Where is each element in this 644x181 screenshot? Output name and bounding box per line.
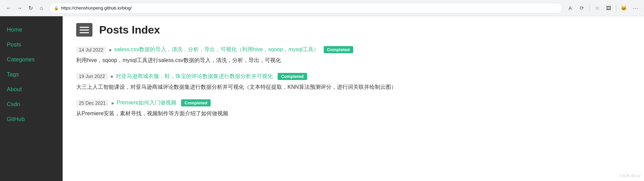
sidebar-item-csdn[interactable]: Csdn xyxy=(0,98,63,111)
completed-badge-3: Completed xyxy=(181,99,211,106)
forward-button[interactable]: → xyxy=(15,3,24,13)
post-entry-1: 14 Jul 2022 » saless.csv数据的导入，清洗，分析，导出，可… xyxy=(76,46,630,65)
hamburger-line-2 xyxy=(80,29,89,31)
sidebar-link-posts[interactable]: Posts xyxy=(7,41,21,48)
post-entry-2: 19 Jun 2022 » 对亚马逊商城衣服，鞋，珠宝的评论数据集进行数据分析并… xyxy=(76,73,630,92)
sidebar-item-categories[interactable]: Categories xyxy=(0,53,63,66)
post-meta-line-3: 25 Dec 2021 » Premiere如何入门做视频 Completed xyxy=(76,99,630,106)
translate-button[interactable]: A xyxy=(565,3,575,13)
hamburger-line-3 xyxy=(80,32,89,33)
completed-badge-1: Completed xyxy=(324,46,353,53)
page-header: Posts Index xyxy=(76,23,630,37)
divider xyxy=(589,5,589,12)
sidebar-link-categories[interactable]: Categories xyxy=(7,56,35,63)
post-arrow-2: » xyxy=(110,74,113,79)
url-text: https://chenshunpeng.github.io/blog/ xyxy=(61,5,132,11)
divider2 xyxy=(616,5,616,12)
sidebar-item-github[interactable]: GitHub xyxy=(0,113,63,126)
post-meta-line-2: 19 Jun 2022 » 对亚马逊商城衣服，鞋，珠宝的评论数据集进行数据分析并… xyxy=(76,73,630,80)
post-link-2[interactable]: 对亚马逊商城衣服，鞋，珠宝的评论数据集进行数据分析并可视化 xyxy=(116,73,273,80)
post-date-1: 14 Jul 2022 xyxy=(76,46,106,53)
page-title: Posts Index xyxy=(99,24,160,36)
sidebar-item-about[interactable]: About xyxy=(0,83,63,96)
profile-button[interactable]: 🐱 xyxy=(619,3,628,13)
sidebar-link-tags[interactable]: Tags xyxy=(7,71,19,78)
hamburger-line-1 xyxy=(80,27,89,28)
main-content: Posts Index 14 Jul 2022 » saless.csv数据的导… xyxy=(63,16,644,181)
completed-badge-2: Completed xyxy=(278,73,307,80)
post-description-1: 利用hive，sqoop，mysql工具进行saless.csv数据的导入，清洗… xyxy=(76,56,630,65)
post-arrow-1: » xyxy=(109,47,111,53)
post-link-1[interactable]: saless.csv数据的导入，清洗，分析，导出，可视化（利用hive，sqoo… xyxy=(114,46,319,53)
browser-chrome: ← → ↻ ⌂ 🔒 https://chenshunpeng.github.io… xyxy=(0,0,644,16)
post-entry-3: 25 Dec 2021 » Premiere如何入门做视频 Completed … xyxy=(76,99,630,118)
browser-actions: A ⟳ ☆ 🖼 🐱 ⋯ xyxy=(565,3,640,13)
address-bar[interactable]: 🔒 https://chenshunpeng.github.io/blog/ xyxy=(49,3,563,14)
post-date-3: 25 Dec 2021 xyxy=(76,100,108,106)
post-arrow-3: » xyxy=(111,100,114,106)
screenshot-button[interactable]: 🖼 xyxy=(604,3,613,13)
star-button[interactable]: ☆ xyxy=(592,3,602,13)
sidebar-link-github[interactable]: GitHub xyxy=(7,116,25,122)
sidebar: Home Posts Categories Tags About Csdn Gi… xyxy=(0,16,63,181)
back-button[interactable]: ← xyxy=(4,3,14,13)
post-date-2: 19 Jun 2022 xyxy=(76,73,108,80)
reload-button[interactable]: ⟳ xyxy=(577,3,586,13)
page-container: Home Posts Categories Tags About Csdn Gi… xyxy=(0,16,644,181)
sidebar-item-tags[interactable]: Tags xyxy=(0,68,63,81)
sidebar-item-posts[interactable]: Posts xyxy=(0,38,63,52)
home-button[interactable]: ⌂ xyxy=(37,3,46,13)
sidebar-link-about[interactable]: About xyxy=(7,86,22,93)
watermark: CSDN @cup xyxy=(619,174,641,178)
browser-nav-buttons: ← → ↻ ⌂ xyxy=(4,3,46,13)
sidebar-link-csdn[interactable]: Csdn xyxy=(7,101,20,107)
post-meta-line-1: 14 Jul 2022 » saless.csv数据的导入，清洗，分析，导出，可… xyxy=(76,46,630,53)
lock-icon: 🔒 xyxy=(54,6,59,11)
more-button[interactable]: ⋯ xyxy=(630,3,640,13)
sidebar-item-home[interactable]: Home xyxy=(0,23,63,37)
refresh-button[interactable]: ↻ xyxy=(26,3,35,13)
post-description-2: 大三上人工智能课设，对亚马逊商城评论数据集进行数据分析并可视化（文本特征提取，K… xyxy=(76,83,630,92)
post-link-3[interactable]: Premiere如何入门做视频 xyxy=(116,99,176,106)
hamburger-button[interactable] xyxy=(76,23,92,37)
post-description-3: 从Premiere安装，素材寻找，视频制作等方面介绍了如何做视频 xyxy=(76,109,630,118)
sidebar-link-home[interactable]: Home xyxy=(7,26,22,33)
